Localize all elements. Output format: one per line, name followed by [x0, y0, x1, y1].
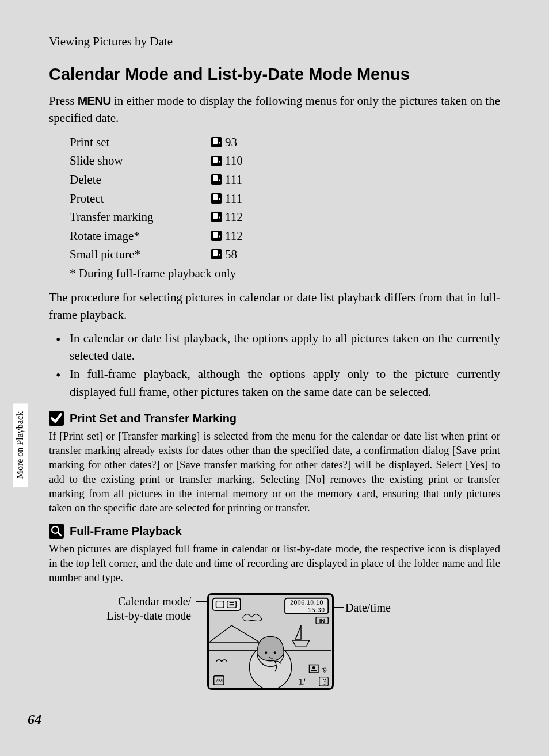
menu-row: Protect 111 — [70, 189, 500, 208]
paragraph-2: The procedure for selecting pictures in … — [49, 289, 500, 324]
note-body: If [Print set] or [Transfer marking] is … — [49, 429, 500, 516]
note-print-transfer: Print Set and Transfer Marking If [Print… — [49, 411, 500, 516]
svg-rect-13 — [213, 250, 218, 256]
page-ref-icon — [208, 174, 225, 185]
menu-item-label: Protect — [70, 189, 208, 208]
menu-item-page: 93 — [225, 133, 237, 152]
leader-line-left — [196, 601, 208, 602]
menu-item-label: Print set — [70, 133, 208, 152]
menu-item-page: 111 — [225, 189, 242, 208]
menu-item-label: Delete — [70, 170, 208, 189]
footnote: * During full-frame playback only — [70, 266, 500, 281]
svg-point-21 — [265, 651, 267, 654]
intro-b: in either mode to display the following … — [49, 94, 500, 125]
page-number: 64 — [28, 712, 41, 727]
screen-counter: 1/ — [298, 677, 306, 686]
intro-paragraph: Press MENU in either mode to display the… — [49, 92, 500, 127]
illustration: Calendar mode/ List-by-date mode Date/ti… — [49, 593, 500, 708]
screen-in: IN — [319, 617, 325, 624]
svg-point-22 — [274, 651, 276, 654]
screen-time: 15:30 — [308, 606, 325, 613]
page-ref-icon — [208, 212, 225, 222]
leader-line-right — [333, 607, 344, 608]
info-icon — [49, 524, 64, 539]
label-calendar-mode: Calendar mode/ List-by-date mode — [106, 594, 191, 623]
menu-item-page: 112 — [225, 208, 243, 227]
bullet-list: In calendar or date list playback, the o… — [54, 330, 500, 401]
svg-rect-3 — [213, 157, 218, 163]
label-line-2: List-by-date mode — [106, 609, 191, 622]
screen-date: 2006.10.10 — [290, 599, 323, 606]
label-line-1: Calendar mode/ — [118, 595, 191, 608]
svg-rect-7 — [213, 194, 218, 200]
menu-row: Transfer marking 112 — [70, 208, 500, 227]
page-ref-icon — [208, 249, 225, 259]
svg-point-34 — [312, 666, 315, 669]
label-date-time: Date/time — [345, 601, 391, 614]
menu-button-label: MENU — [78, 94, 111, 107]
page-header: Viewing Pictures by Date — [49, 35, 500, 49]
svg-rect-1 — [213, 138, 218, 144]
section-title: Calendar Mode and List-by-Date Mode Menu… — [49, 65, 500, 84]
menu-item-page: 58 — [225, 245, 237, 264]
menu-list: Print set 93 Slide show 110 Delete 111 P… — [70, 133, 500, 264]
menu-item-page: 110 — [225, 151, 243, 170]
menu-row: Rotate image* 112 — [70, 227, 500, 246]
note-title: Print Set and Transfer Marking — [70, 412, 237, 425]
svg-rect-15 — [49, 524, 64, 539]
bullet-item: In full-frame playback, although the opt… — [54, 365, 500, 400]
menu-item-page: 112 — [225, 227, 243, 246]
svg-text:7M: 7M — [215, 677, 223, 684]
note-title: Full-Frame Playback — [70, 525, 182, 538]
menu-item-label: Transfer marking — [70, 208, 208, 227]
svg-rect-9 — [213, 213, 218, 219]
note-body: When pictures are displayed full frame i… — [49, 542, 500, 585]
menu-item-label: Small picture* — [70, 245, 208, 264]
screen-total: 3 — [322, 677, 327, 686]
menu-row: Small picture* 58 — [70, 245, 500, 264]
page-ref-icon — [208, 137, 225, 147]
menu-row: Delete 111 — [70, 170, 500, 189]
svg-text:9: 9 — [323, 666, 327, 674]
bullet-item: In calendar or date list playback, the o… — [54, 330, 500, 365]
page-ref-icon — [208, 156, 225, 166]
svg-rect-5 — [213, 175, 218, 181]
svg-rect-11 — [213, 232, 218, 238]
menu-row: Print set 93 — [70, 133, 500, 152]
note-full-frame: Full-Frame Playback When pictures are di… — [49, 524, 500, 585]
page-ref-icon — [208, 193, 225, 204]
menu-item-label: Rotate image* — [70, 227, 208, 246]
check-icon — [49, 411, 64, 426]
camera-screen: 2006.10.10 15:30 IN 7M : 9 1/ 3 — [207, 593, 334, 690]
page-ref-icon — [208, 231, 225, 241]
intro-a: Press — [49, 94, 78, 108]
menu-item-page: 111 — [225, 170, 242, 189]
side-tab: More on Playback — [13, 403, 28, 487]
menu-item-label: Slide show — [70, 151, 208, 170]
menu-row: Slide show 110 — [70, 151, 500, 170]
svg-rect-35 — [311, 670, 317, 671]
